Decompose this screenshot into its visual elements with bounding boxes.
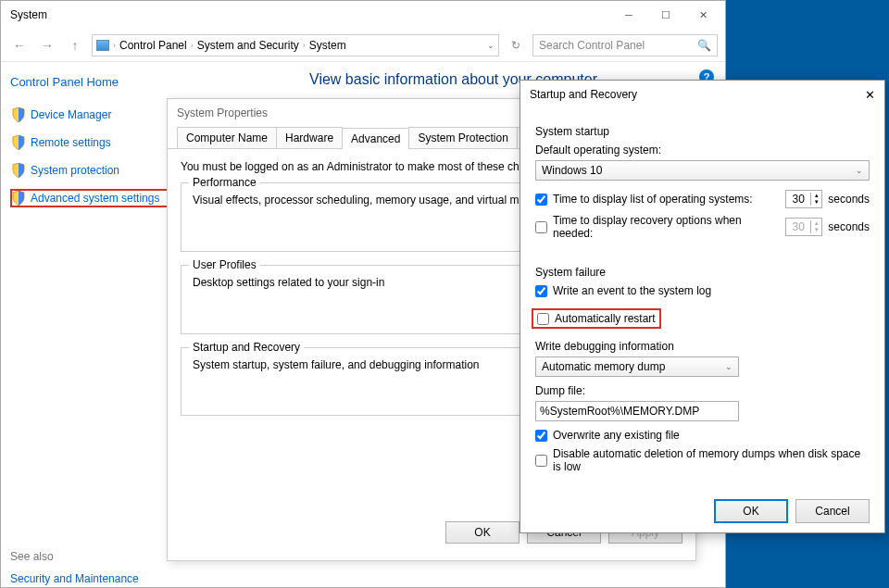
control-panel-home-link[interactable]: Control Panel Home [10, 75, 172, 89]
dump-type-dropdown[interactable]: Automatic memory dump ⌄ [535, 357, 739, 377]
shield-icon [12, 107, 25, 122]
search-icon: 🔍 [697, 39, 711, 52]
minimize-button[interactable]: ─ [610, 2, 647, 28]
up-button[interactable]: ↑ [64, 34, 86, 56]
default-os-label: Default operating system: [535, 144, 870, 156]
startup-recovery-dialog: Startup and Recovery ✕ System startup De… [520, 80, 885, 533]
chevron-down-icon: ⌄ [725, 362, 732, 371]
back-button[interactable]: ← [8, 34, 31, 56]
breadcrumb-item[interactable]: System [309, 39, 346, 52]
time-recovery-spinner: 30▲▼ [785, 218, 822, 236]
ok-button[interactable]: OK [445, 521, 520, 544]
maximize-button[interactable]: ☐ [647, 2, 684, 28]
monitor-icon [96, 40, 109, 51]
disable-delete-checkbox[interactable] [535, 455, 547, 467]
sidebar-item-advanced-system-settings[interactable]: Advanced system settings [10, 189, 172, 207]
navbar: ← → ↑ › Control Panel › System and Secur… [1, 29, 725, 62]
sidebar: Control Panel Home Device Manager Remote… [1, 62, 182, 587]
breadcrumb-item[interactable]: System and Security [197, 39, 299, 52]
shield-icon [12, 191, 25, 206]
write-debug-label: Write debugging information [535, 340, 870, 353]
write-event-checkbox[interactable] [535, 285, 547, 297]
breadcrumb-item[interactable]: Control Panel [119, 39, 187, 52]
time-list-checkbox[interactable] [535, 194, 547, 206]
system-startup-heading: System startup [535, 125, 870, 138]
time-list-spinner[interactable]: 30▲▼ [785, 190, 822, 208]
default-os-dropdown[interactable]: Windows 10 ⌄ [535, 160, 870, 181]
auto-restart-label: Automatically restart [555, 312, 656, 325]
tab-hardware[interactable]: Hardware [276, 127, 343, 148]
dump-file-label: Dump file: [535, 384, 870, 397]
see-also-heading: See also [10, 550, 172, 563]
overwrite-checkbox[interactable] [535, 430, 547, 442]
system-failure-heading: System failure [535, 266, 870, 279]
search-input[interactable]: Search Control Panel 🔍 [532, 34, 718, 56]
tab-system-protection[interactable]: System Protection [408, 127, 517, 148]
see-also-link[interactable]: Security and Maintenance [10, 572, 172, 585]
window-title: System [5, 8, 610, 21]
time-list-label: Time to display list of operating system… [553, 193, 780, 206]
dump-file-input[interactable]: %SystemRoot%\MEMORY.DMP [535, 401, 739, 421]
sidebar-item-remote-settings[interactable]: Remote settings [10, 133, 172, 152]
close-button[interactable]: ✕ [684, 2, 721, 28]
overwrite-label: Overwrite any existing file [553, 429, 680, 442]
write-event-label: Write an event to the system log [553, 284, 711, 297]
shield-icon [12, 163, 25, 178]
time-recovery-checkbox[interactable] [535, 221, 547, 233]
close-button[interactable]: ✕ [865, 88, 875, 102]
tab-computer-name[interactable]: Computer Name [177, 127, 277, 148]
shield-icon [12, 135, 25, 150]
breadcrumb[interactable]: › Control Panel › System and Security › … [92, 34, 499, 56]
titlebar: System ─ ☐ ✕ [1, 1, 725, 29]
disable-delete-label: Disable automatic deletion of memory dum… [553, 447, 870, 473]
tab-advanced[interactable]: Advanced [342, 128, 409, 149]
dialog-title: Startup and Recovery [530, 88, 637, 101]
cancel-button[interactable]: Cancel [795, 499, 870, 523]
auto-restart-checkbox[interactable] [537, 313, 549, 325]
sidebar-item-system-protection[interactable]: System protection [10, 161, 172, 180]
time-recovery-label: Time to display recovery options when ne… [553, 214, 780, 240]
forward-button[interactable]: → [36, 34, 58, 56]
chevron-down-icon: ⌄ [856, 166, 863, 175]
refresh-button[interactable]: ↻ [505, 34, 527, 56]
ok-button[interactable]: OK [714, 499, 788, 523]
sidebar-item-device-manager[interactable]: Device Manager [10, 106, 172, 124]
